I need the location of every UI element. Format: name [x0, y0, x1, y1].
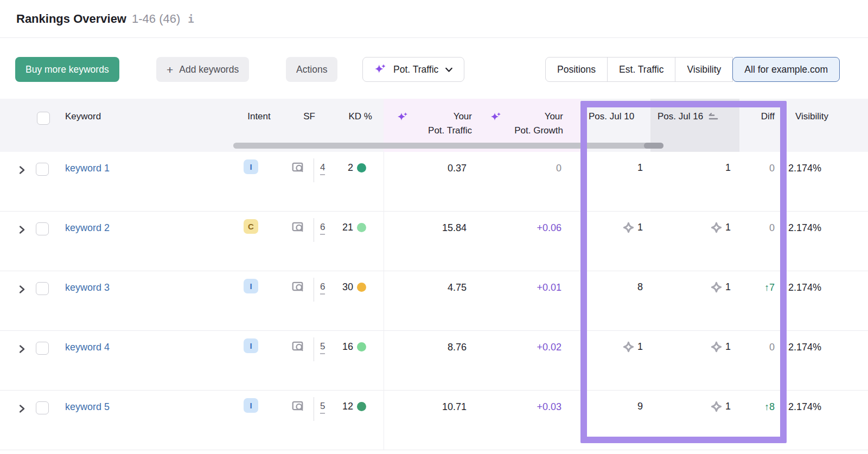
sf-divider [314, 337, 314, 361]
column-divider [384, 152, 384, 450]
pos-jul16-value: 1 [725, 222, 731, 233]
buy-more-keywords-button[interactable]: Buy more keywords [15, 57, 119, 82]
pos-jul10-cell: 9 [575, 400, 643, 413]
pos-jul16-value: 1 [725, 162, 731, 174]
serp-feature-position-icon [622, 341, 635, 353]
diff-value: ↑7 [732, 282, 775, 293]
row-checkbox[interactable] [36, 342, 49, 355]
expand-row-icon[interactable] [17, 284, 27, 297]
pot-traffic-value: 8.76 [391, 342, 467, 353]
serp-feature-position-icon [710, 221, 723, 234]
view-switcher: Positions Est. Traffic Visibility All fo… [545, 57, 840, 82]
column-header-visibility[interactable]: Visibility [795, 110, 828, 124]
table-row: keyword 1 I 4 2 0.37 0 1 1 0 2.174% [0, 152, 868, 212]
sf-divider [314, 218, 314, 242]
expand-row-icon[interactable] [17, 165, 27, 177]
pos-jul16-value: 1 [725, 401, 731, 412]
column-header-pot-growth[interactable]: Your Pot. Growth [499, 110, 563, 138]
keyword-link[interactable]: keyword 1 [65, 163, 110, 174]
pot-growth-value: 0 [477, 163, 561, 174]
tab-est-traffic[interactable]: Est. Traffic [607, 57, 675, 82]
kd-value: 12 [342, 401, 353, 412]
column-header-intent[interactable]: Intent [236, 110, 282, 124]
kd-cell: 16 [323, 341, 366, 353]
visibility-value: 2.174% [774, 163, 821, 174]
select-all-checkbox[interactable] [37, 112, 50, 125]
visibility-value: 2.174% [774, 401, 821, 413]
sorted-column-band [650, 99, 739, 152]
kd-difficulty-dot [357, 223, 366, 232]
tab-positions[interactable]: Positions [545, 57, 608, 82]
pos-jul16-cell: 1 [663, 400, 731, 413]
info-icon[interactable]: i [188, 13, 194, 25]
tab-visibility[interactable]: Visibility [675, 57, 733, 82]
column-header-pot-traffic[interactable]: Your Pot. Traffic [401, 110, 472, 138]
keyword-link[interactable]: keyword 5 [65, 401, 110, 413]
serp-features-icon[interactable] [291, 280, 304, 296]
column-header-sf[interactable]: SF [293, 110, 326, 124]
sparkles-icon [373, 62, 387, 76]
kd-value: 2 [348, 162, 353, 174]
pos-jul10-value: 8 [637, 282, 643, 293]
actions-button[interactable]: Actions [286, 57, 337, 82]
kd-difficulty-dot [357, 402, 366, 411]
sf-divider [314, 158, 314, 182]
kd-value: 30 [342, 282, 353, 293]
column-header-kd[interactable]: KD % [326, 110, 372, 124]
pos-jul10-cell: 1 [575, 221, 643, 234]
pos-jul16-cell: 1 [663, 280, 731, 293]
sf-divider [314, 397, 314, 421]
column-header-keyword[interactable]: Keyword [65, 110, 101, 124]
sf-divider [314, 278, 314, 302]
serp-features-icon[interactable] [291, 161, 304, 176]
column-header-diff[interactable]: Diff [732, 110, 775, 124]
pos-jul10-cell: 8 [575, 280, 643, 293]
column-header-pos-jul16[interactable]: Pos. Jul 16 [658, 110, 720, 124]
pos-jul16-value: 1 [725, 282, 731, 293]
keyword-link[interactable]: keyword 4 [65, 342, 110, 353]
pot-traffic-value: 4.75 [391, 282, 467, 293]
kd-cell: 2 [323, 162, 366, 174]
metric-dropdown[interactable]: Pot. Traffic [362, 57, 464, 82]
horizontal-scrollbar[interactable] [233, 143, 663, 149]
row-checkbox[interactable] [36, 401, 49, 414]
diff-value: 0 [732, 342, 775, 353]
intent-badge: I [244, 338, 258, 353]
kd-value: 16 [342, 341, 353, 353]
column-header-pos-jul10[interactable]: Pos. Jul 10 [589, 110, 634, 124]
expand-row-icon[interactable] [17, 404, 27, 416]
pot-growth-value: +0.01 [477, 282, 561, 293]
pot-growth-value: +0.03 [477, 401, 561, 413]
serp-features-icon[interactable] [291, 340, 304, 355]
kd-difficulty-dot [357, 342, 366, 351]
pos-jul16-cell: 1 [663, 340, 731, 353]
pot-traffic-value: 15.84 [391, 222, 467, 234]
serp-features-icon[interactable] [291, 220, 304, 236]
diff-value: 0 [732, 222, 775, 234]
title-bar: Rankings Overview 1-46 (46) i [0, 0, 868, 38]
keyword-link[interactable]: keyword 3 [65, 282, 110, 293]
intent-badge: I [244, 279, 258, 293]
add-keywords-button[interactable]: + Add keywords [156, 57, 249, 82]
expand-row-icon[interactable] [17, 344, 27, 356]
diff-value: ↑8 [732, 401, 775, 413]
serp-feature-position-icon [710, 400, 723, 413]
serp-features-icon[interactable] [291, 399, 304, 415]
pot-growth-value: +0.02 [477, 342, 561, 353]
row-checkbox[interactable] [36, 163, 49, 176]
result-range: 1-46 (46) [132, 12, 180, 26]
pos-jul10-value: 1 [637, 162, 643, 174]
page-title: Rankings Overview [16, 12, 126, 26]
pos-jul10-cell: 1 [575, 340, 643, 353]
kd-cell: 21 [323, 221, 366, 233]
pos-jul16-value: 1 [725, 341, 731, 353]
expand-row-icon[interactable] [17, 225, 27, 237]
keyword-link[interactable]: keyword 2 [65, 222, 110, 234]
serp-feature-position-icon [622, 221, 635, 234]
pos-jul16-cell: 1 [663, 161, 731, 174]
tab-all-for-domain[interactable]: All for example.com [732, 57, 840, 82]
serp-feature-position-icon [710, 341, 723, 353]
row-checkbox[interactable] [36, 282, 49, 295]
row-checkbox[interactable] [36, 222, 49, 235]
horizontal-scrollbar-thumb-end[interactable] [644, 143, 663, 149]
